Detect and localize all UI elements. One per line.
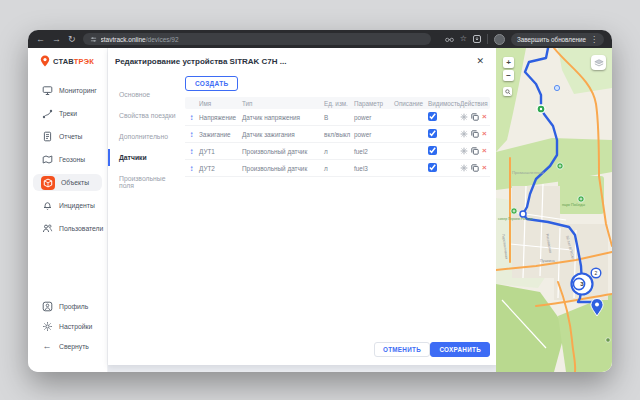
forward-icon[interactable]: → [52,35,61,44]
address-bar[interactable]: stavtrack.online/devices/92 [83,33,431,45]
copy-icon[interactable] [471,147,479,155]
sidebar-item-monitoring[interactable]: Мониторинг [33,82,102,99]
sidebar-item-label: Геозоны [59,156,85,163]
col-actions: Действия [460,100,490,107]
sensor-unit: вкл/выкл [324,131,354,138]
sensor-param: fuel3 [354,165,394,172]
toolbar-divider [487,34,488,44]
app-logo[interactable]: СТАВТРЭК [28,55,107,67]
sidebar-item-label: Свернуть [59,343,89,350]
objects-icon [41,176,55,190]
delete-icon[interactable]: × [482,164,487,172]
sensor-unit: л [324,148,354,155]
password-manager-icon[interactable] [445,36,454,43]
cluster-badge[interactable]: 2 [591,268,601,278]
users-icon [41,223,53,235]
sensor-settings-icon[interactable] [460,130,468,138]
delete-icon[interactable]: × [482,113,487,121]
back-icon[interactable]: ← [36,35,45,44]
finish-update-button[interactable]: Завершить обновление ⋮ [511,33,604,46]
browser-actions: ☆ Завершить обновление ⋮ [445,33,604,46]
drag-handle-icon[interactable]: ↕ [185,147,198,156]
cluster-marker[interactable]: 3 [572,274,593,295]
copy-icon[interactable] [471,113,479,121]
sidebar-item-geozones[interactable]: Геозоны [33,151,102,168]
sidebar-item-label: Мониторинг [59,87,97,94]
route-waypoint-marker[interactable] [520,211,526,217]
sensor-name: ДУТ1 [198,148,242,155]
visibility-checkbox[interactable] [428,129,437,138]
url-text: stavtrack.online/devices/92 [101,36,179,43]
bell-icon [41,200,53,212]
table-row: ↕ Зажигание Датчик зажигания вкл/выкл po… [185,126,490,143]
tab-sensors[interactable]: Датчики [108,149,182,166]
copy-icon[interactable] [471,130,479,138]
visibility-checkbox[interactable] [428,163,437,172]
sensor-settings-icon[interactable] [460,147,468,155]
drag-handle-icon[interactable]: ↕ [185,164,198,173]
reload-icon[interactable]: ↻ [68,35,76,44]
sensor-type: Произвольный датчик [242,148,324,155]
tab-custom-fields[interactable]: Произвольные поля [108,170,182,194]
browser-menu-icon[interactable]: ⋮ [590,35,598,44]
modal-title: Редактирование устройства SITRAK C7H ... [115,57,286,66]
close-icon[interactable]: ✕ [476,56,484,66]
sidebar-item-settings[interactable]: Настройки [33,318,102,335]
modal-tabs: Основное Свойства поездки Дополнительно … [108,86,182,198]
sensor-type: Датчик зажигания [242,131,324,138]
sidebar-item-profile[interactable]: Профиль [33,298,102,315]
map-canvas[interactable]: Промышленный парк Победы сквер Героев Ро… [496,48,612,372]
sensor-type: Датчик напряжения [242,114,324,121]
sidebar-item-objects[interactable]: Объекты [33,174,102,191]
sidebar-spacer [28,240,107,295]
logo-text: СТАВТРЭК [53,57,94,66]
svg-text:сквер Героев России: сквер Героев России [498,217,533,221]
copy-icon[interactable] [471,164,479,172]
profile-avatar[interactable] [494,34,505,45]
map-panel[interactable]: Промышленный парк Победы сквер Героев Ро… [496,48,612,372]
map-layers-button[interactable] [591,55,606,70]
bookmark-star-icon[interactable]: ☆ [460,35,467,43]
sidebar-item-users[interactable]: Пользователи [33,220,102,237]
search-icon [505,89,511,95]
sidebar-item-tracks[interactable]: Треки [33,105,102,122]
sensor-param: power [354,131,394,138]
sidebar-collapse-button[interactable]: ← Свернуть [33,338,102,355]
save-button[interactable]: СОХРАНИТЬ [430,342,490,357]
cancel-button[interactable]: ОТМЕНИТЬ [374,342,430,357]
tab-main[interactable]: Основное [108,86,182,103]
sidebar-item-reports[interactable]: Отчеты [33,128,102,145]
table-row: ↕ ДУТ2 Произвольный датчик л fuel3 × [185,160,490,177]
table-row: ↕ ДУТ1 Произвольный датчик л fuel2 × [185,143,490,160]
site-info-icon[interactable] [90,36,97,43]
logo-icon [40,55,50,67]
finish-update-label: Завершить обновление [517,36,586,43]
visibility-checkbox[interactable] [428,146,437,155]
create-button[interactable]: СОЗДАТЬ [185,76,238,91]
delete-icon[interactable]: × [482,147,487,155]
col-name: Имя [198,100,242,107]
install-app-icon[interactable] [473,35,481,43]
map-zoom-in-button[interactable]: + [503,57,514,68]
sidebar-item-incidents[interactable]: Инциденты [33,197,102,214]
sensor-settings-icon[interactable] [460,164,468,172]
sidebar-item-label: Пользователи [59,225,103,232]
transit-stop-icon[interactable] [554,85,559,90]
map-search-button[interactable] [503,87,512,96]
col-description: Описание [394,100,428,107]
monitor-icon [41,85,53,97]
app-root: СТАВТРЭК Мониторинг Треки Отчеты [28,48,612,372]
drag-handle-icon[interactable]: ↕ [185,130,198,139]
map-zoom-out-button[interactable]: − [503,70,514,81]
tab-additional[interactable]: Дополнительно [108,128,182,145]
sensor-settings-icon[interactable] [460,113,468,121]
layers-icon [594,58,604,68]
tab-trip-properties[interactable]: Свойства поездки [108,107,182,124]
visibility-checkbox[interactable] [428,112,437,121]
sensor-param: fuel2 [354,148,394,155]
sidebar-item-label: Треки [59,110,77,117]
delete-icon[interactable]: × [482,130,487,138]
svg-text:Промышленный: Промышленный [512,170,544,175]
sensor-name: Напряжение [198,114,242,121]
drag-handle-icon[interactable]: ↕ [185,113,198,122]
